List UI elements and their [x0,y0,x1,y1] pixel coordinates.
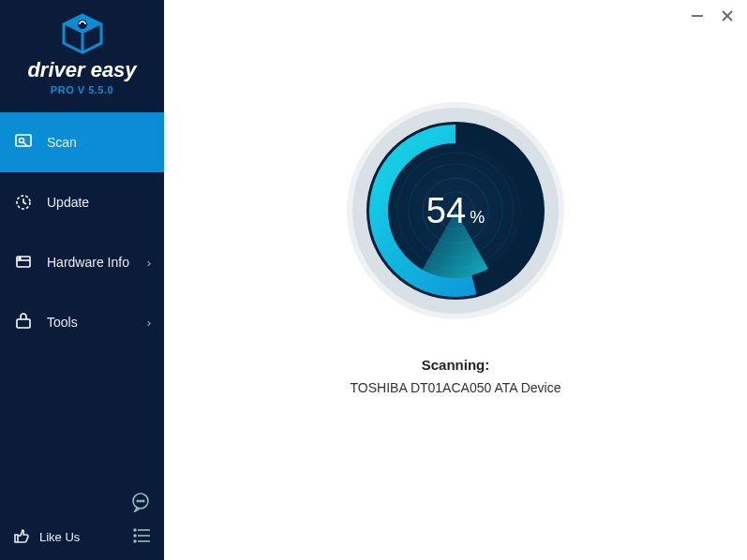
sidebar-item-scan[interactable]: Scan [0,112,164,172]
close-button[interactable] [719,7,736,24]
like-us-label: Like Us [39,530,80,544]
thumbs-up-icon [13,527,30,547]
menu-icon[interactable] [132,527,151,547]
scan-current-item: TOSHIBA DT01ACA050 ATA Device [343,380,568,395]
sidebar-item-label: Scan [47,135,77,150]
logo-icon [0,13,164,58]
svg-point-20 [134,540,136,542]
chat-icon[interactable] [130,492,151,516]
scan-status-label: Scanning: [343,357,568,373]
progress-value: 54 [426,191,466,231]
scan-icon [13,132,34,153]
svg-point-10 [19,258,21,259]
svg-point-13 [137,500,139,502]
progress-gauge: 54 % [343,98,568,323]
brand-name: driver easy [0,58,164,82]
window-controls [689,7,736,24]
like-us-button[interactable]: Like Us [13,527,80,547]
progress-symbol: % [470,208,485,228]
svg-point-18 [134,535,136,537]
scan-panel: 54 % Scanning: TOSHIBA DT01ACA050 ATA De… [343,98,568,395]
hardware-icon [13,252,34,273]
chevron-right-icon: › [147,316,151,330]
sidebar-item-update[interactable]: Update [0,172,164,232]
sidebar-footer: Like Us [0,482,164,560]
minimize-button[interactable] [689,7,706,24]
sidebar-item-label: Update [47,195,89,210]
brand-version: PRO V 5.5.0 [0,84,164,96]
chevron-right-icon: › [147,256,151,270]
svg-point-16 [134,529,136,531]
progress-percent: 54 % [426,191,485,231]
sidebar-item-label: Hardware Info [47,255,129,270]
nav: Scan Update Hardware Info › [0,112,164,352]
logo-area: driver easy PRO V 5.5.0 [0,0,164,103]
svg-point-14 [140,500,142,502]
sidebar-item-tools[interactable]: Tools › [0,292,164,352]
sidebar-item-label: Tools [47,315,78,330]
sidebar: driver easy PRO V 5.5.0 Scan Update [0,0,164,560]
update-icon [13,192,34,213]
sidebar-item-hardware[interactable]: Hardware Info › [0,232,164,292]
tools-icon [13,312,34,332]
svg-point-5 [20,139,24,143]
scan-status: Scanning: TOSHIBA DT01ACA050 ATA Device [343,357,568,395]
svg-point-15 [142,500,144,502]
svg-rect-11 [17,319,30,328]
main-content: 54 % Scanning: TOSHIBA DT01ACA050 ATA De… [164,0,747,560]
